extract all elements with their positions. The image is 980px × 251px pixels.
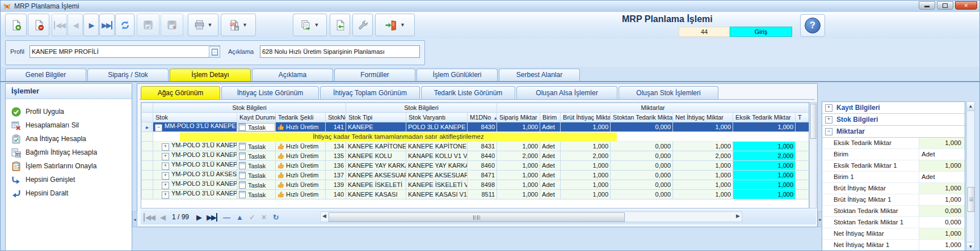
cell-tedarik[interactable]: Hızlı Üretim <box>276 151 326 161</box>
column-header-stoktan[interactable]: Stoktan Tedarik Miktar <box>611 113 673 122</box>
grid-row[interactable]: ▸−MM-POLO 3'LÜ KANEPETaslakHızlı Üretim1… <box>142 122 809 132</box>
nav-first-button[interactable]: ◀◀ <box>144 213 154 222</box>
cell-stoktan[interactable]: 0,000 <box>611 161 673 171</box>
cell-kayit[interactable]: Taslak <box>237 142 276 151</box>
cell-birim[interactable]: Adet <box>540 180 561 190</box>
cell-stok[interactable]: +YM-POLO 3'LÜ KANEPE KAS <box>153 190 237 199</box>
cell-brut[interactable]: 1,000 <box>561 142 611 151</box>
column-header-m1dno[interactable]: M1DNo▲ <box>468 113 497 122</box>
cell-siparis[interactable]: 2,000 <box>497 151 540 161</box>
cell-m1dno[interactable]: 8460 <box>468 161 497 171</box>
dropdown-arrow-icon[interactable]: ▼ <box>242 22 247 28</box>
cell-eksik[interactable]: 1,000 <box>733 142 796 151</box>
dropdown-arrow-icon[interactable]: ▼ <box>400 22 405 28</box>
cell-tipi[interactable]: KANEPE KAPİTONE <box>346 142 406 151</box>
collapse-node-icon[interactable]: − <box>155 124 162 131</box>
tab-i-lem-g-nl-kleri[interactable]: İşlem Günlükleri <box>417 69 498 81</box>
profil-input[interactable] <box>30 45 220 58</box>
cell-kayit[interactable]: Taslak <box>237 171 276 180</box>
cell-eksik[interactable]: 1,000 <box>733 161 796 171</box>
view-tab-i-htiya-liste-g-r-n-m[interactable]: İhtiyaç Liste Görünüm <box>221 86 319 99</box>
sidebar-item-collapse-all[interactable]: Hepsini Daralt <box>6 186 132 200</box>
expand-node-icon[interactable]: + <box>162 182 169 189</box>
nav-post-button[interactable]: ✓ <box>249 213 255 222</box>
sidebar-item-calc-main-requirement[interactable]: Ana İhtiyaç Hesapla <box>6 132 132 146</box>
cell-m1dno[interactable]: 8431 <box>468 142 497 151</box>
properties-section-miktarlar[interactable]: −Miktarlar <box>822 126 965 138</box>
dropdown-arrow-icon[interactable]: ▼ <box>208 22 213 28</box>
cell-stokno[interactable]: 140 <box>326 190 346 199</box>
grid-row[interactable]: +YM-POLO 3'LÜ KANEPE İSKITaslakHızlı Üre… <box>142 180 809 190</box>
expand-node-icon[interactable]: + <box>162 153 169 160</box>
cell-stokno[interactable]: 139 <box>326 180 346 190</box>
cell-siparis[interactable]: 1,000 <box>497 180 540 190</box>
properties-section-stok-bilgileri[interactable]: +Stok Bilgileri <box>822 114 965 126</box>
cell-stok[interactable]: −MM-POLO 3'LÜ KANEPE <box>153 122 237 132</box>
cell-eksik[interactable]: 1,000 <box>733 171 796 180</box>
nav-delete-button[interactable]: — <box>223 213 230 222</box>
cell-net[interactable]: 1,000 <box>673 171 733 180</box>
property-row[interactable]: Brüt İhtiyaç Miktar1,000 <box>822 183 965 194</box>
nav-last-button[interactable]: ▶▶ <box>207 213 217 222</box>
cell-siparis[interactable]: 1,000 <box>497 171 540 180</box>
save-cancel-button[interactable] <box>161 14 183 36</box>
cell-stoktan[interactable]: 0,000 <box>611 151 673 161</box>
expand-node-icon[interactable]: + <box>162 172 169 180</box>
minimize-button[interactable]: ▬ <box>919 1 935 10</box>
cell-siparis[interactable]: 1,000 <box>497 190 540 199</box>
tab-sipari-stok[interactable]: Sipariş / Stok <box>87 69 169 81</box>
cell-tedarik[interactable]: Hızlı Üretim <box>276 161 326 171</box>
property-row[interactable]: Birim 1Adet <box>822 172 965 183</box>
column-header-siparis[interactable]: Sipariş Miktar <box>497 113 540 122</box>
expand-node-icon[interactable]: + <box>162 143 169 151</box>
cell-varyant[interactable]: KANAPE KOLU V1 Vary <box>406 151 468 161</box>
cell-birim[interactable]: Adet <box>540 122 561 132</box>
nav-prev-button[interactable]: ◀ <box>160 213 165 222</box>
grid-row[interactable]: +YM-POLO 3'LÜ KANEPE YAYTaslakHızlı Üret… <box>142 161 809 171</box>
cell-brut[interactable]: 2,000 <box>561 151 611 161</box>
cell-varyant[interactable]: POLO 3LÜ KANEPE Var <box>406 122 468 132</box>
cell-net[interactable]: 1,000 <box>673 190 733 199</box>
cell-stokno[interactable]: 135 <box>326 151 346 161</box>
property-row[interactable]: Stoktan Tedarik Miktar0,000 <box>822 206 965 217</box>
cell-stoktan[interactable]: 0,000 <box>611 122 673 132</box>
nav-next-button[interactable]: ▶ <box>196 213 201 222</box>
cell-net[interactable]: 1,000 <box>673 142 733 151</box>
property-row[interactable]: Brüt İhtiyaç Miktar 11,000 <box>822 194 965 206</box>
grid-row[interactable]: +YM-POLO 3'LÜ AKSESUAR VTaslakHızlı Üret… <box>142 171 809 180</box>
cell-t[interactable] <box>796 122 809 132</box>
cell-m1dno[interactable]: 8498 <box>468 180 497 190</box>
property-row[interactable]: Eksik Tedarik Miktar1,000 <box>822 138 965 149</box>
view-tab-olu-an-alsa-i-lemler[interactable]: Oluşan Alsa İşlemler <box>516 86 617 99</box>
expand-node-icon[interactable]: + <box>162 163 169 170</box>
cell-siparis[interactable]: 1,000 <box>497 161 540 171</box>
cell-eksik[interactable]: 1,000 <box>733 122 796 132</box>
dropdown-arrow-icon[interactable]: ▼ <box>314 22 319 28</box>
first-record-button[interactable]: ◀◀ <box>52 14 67 36</box>
cell-kayit[interactable]: Taslak <box>237 180 276 190</box>
revert-button[interactable] <box>330 14 350 36</box>
cell-brut[interactable]: 1,000 <box>561 171 611 180</box>
view-tab-tedarik-liste-g-r-n-m[interactable]: Tedarik Liste Görünüm <box>421 86 515 99</box>
expand-section-icon[interactable]: + <box>825 116 832 124</box>
left-splitter-handle[interactable]: ◂ <box>132 211 137 227</box>
cell-t[interactable] <box>796 190 809 199</box>
properties-vertical-scrollbar[interactable]: ▲ ▼ <box>966 101 975 251</box>
expand-section-icon[interactable]: + <box>825 104 832 112</box>
cell-siparis[interactable]: 1,000 <box>497 142 540 151</box>
cell-tipi[interactable]: KANEPE YAY KARKAS <box>346 161 406 171</box>
cell-eksik[interactable]: 2,000 <box>733 151 796 161</box>
view-tab-olu-an-stok-i-lemleri[interactable]: Oluşan Stok İşlemleri <box>619 86 718 99</box>
cell-brut[interactable]: 1,000 <box>561 190 611 199</box>
cell-brut[interactable]: 1,000 <box>561 122 611 132</box>
cell-stokno[interactable]: 141 <box>326 122 346 132</box>
cell-birim[interactable]: Adet <box>540 171 561 180</box>
cell-tedarik[interactable]: Hızlı Üretim <box>276 142 326 151</box>
cell-tipi[interactable]: KANEPE <box>346 122 406 132</box>
cell-stok[interactable]: +YM-POLO 3'LÜ KANEPE İSKI <box>153 180 237 190</box>
cell-brut[interactable]: 1,000 <box>561 161 611 171</box>
refresh-button[interactable] <box>115 14 134 36</box>
scroll-up-icon[interactable]: ▲ <box>967 102 974 111</box>
cell-stokno[interactable]: 136 <box>326 161 346 171</box>
prev-record-button[interactable]: ◀ <box>68 14 83 36</box>
